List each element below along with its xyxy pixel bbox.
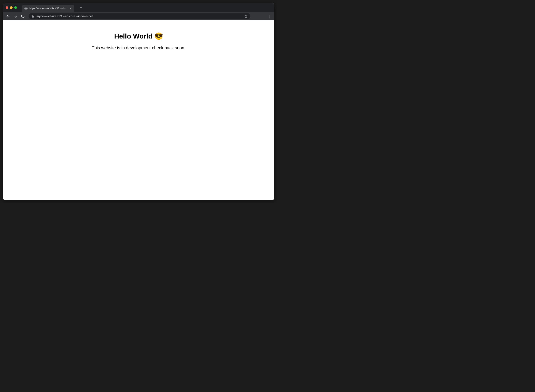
- tab-title: https://mynewwebsite.z33.web.core.window…: [29, 7, 67, 10]
- svg-point-11: [269, 17, 269, 17]
- address-bar[interactable]: mynewwebsite.z33.web.core.windows.net: [29, 13, 250, 19]
- globe-icon: [24, 7, 28, 10]
- maximize-window-button[interactable]: [14, 6, 17, 9]
- browser-window: https://mynewwebsite.z33.web.core.window…: [3, 3, 274, 200]
- address-text: mynewwebsite.z33.web.core.windows.net: [36, 14, 242, 18]
- toolbar: mynewwebsite.z33.web.core.windows.net: [3, 12, 274, 20]
- forward-button[interactable]: [12, 13, 19, 19]
- minimize-window-button[interactable]: [10, 6, 13, 9]
- page-body-text: This website is in development check bac…: [92, 45, 185, 50]
- back-button[interactable]: [5, 13, 11, 19]
- lock-icon: [31, 15, 34, 18]
- svg-point-10: [269, 16, 269, 16]
- close-tab-button[interactable]: [69, 7, 72, 10]
- new-tab-button[interactable]: [78, 5, 84, 11]
- bookmark-button[interactable]: [244, 14, 248, 18]
- svg-point-9: [269, 15, 269, 15]
- page-content: Hello World 😎 This website is in develop…: [3, 20, 274, 200]
- close-window-button[interactable]: [6, 6, 8, 9]
- browser-tab[interactable]: https://mynewwebsite.z33.web.core.window…: [22, 5, 74, 12]
- window-controls: [6, 6, 17, 9]
- browser-menu-button[interactable]: [266, 13, 272, 19]
- page-heading: Hello World 😎: [114, 32, 163, 40]
- svg-marker-8: [244, 15, 247, 18]
- reload-button[interactable]: [19, 13, 26, 19]
- titlebar: https://mynewwebsite.z33.web.core.window…: [3, 3, 274, 12]
